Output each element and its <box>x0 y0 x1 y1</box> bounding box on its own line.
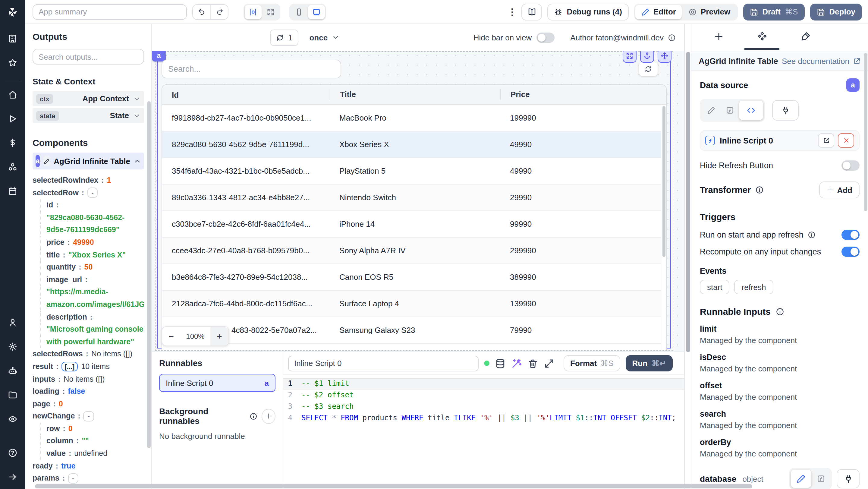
undo-button[interactable] <box>193 4 210 19</box>
ai-icon[interactable] <box>8 366 18 376</box>
code-source-button[interactable] <box>739 101 763 120</box>
format-button[interactable]: Format ⌘S <box>564 355 620 371</box>
horizontal-scrollbar[interactable] <box>35 484 752 488</box>
output-entry[interactable]: loading:false <box>33 385 144 398</box>
database-function-button[interactable] <box>811 470 830 487</box>
output-entry[interactable]: selectedRowIndex:1 <box>33 174 144 187</box>
table-row[interactable]: ccee43dc-27e0-40a8-b768-b09579b0...Sony … <box>162 238 666 264</box>
component-refresh-button[interactable] <box>639 62 658 76</box>
see-documentation-link[interactable]: See documentation <box>782 56 861 65</box>
connect-source-button[interactable] <box>772 100 799 121</box>
output-entry[interactable]: selectedRow:- <box>33 187 144 199</box>
output-entry[interactable]: column:"" <box>40 435 144 448</box>
schedules-icon[interactable] <box>8 186 18 196</box>
expand-component-button[interactable] <box>623 51 637 63</box>
redo-button[interactable] <box>210 4 228 19</box>
output-entry[interactable]: quantity:50 <box>40 261 144 273</box>
add-background-runnable-button[interactable] <box>261 408 276 424</box>
output-entry[interactable]: params:- <box>33 472 144 485</box>
table-row[interactable]: 829ca080-5630-4562-9d5e-7611199d...Xbox … <box>162 131 666 158</box>
output-entry[interactable]: title:"Xbox Series X" <box>40 249 144 261</box>
collapse-rail-icon[interactable] <box>8 472 18 482</box>
output-entry[interactable]: id: <box>40 199 144 211</box>
tab-editor[interactable]: Editor <box>635 4 682 19</box>
info-icon[interactable] <box>249 412 257 420</box>
info-icon[interactable] <box>755 186 764 194</box>
app-canvas[interactable]: a Search... Id Title Price <box>152 51 684 352</box>
table-row[interactable]: b3e864c8-7fe3-4270-89e9-54c12038...Canon… <box>162 264 666 291</box>
table-row[interactable]: 354f6afd-43ac-4321-b1bc-0b5e5adcb...Play… <box>162 158 666 184</box>
move-component-button[interactable] <box>658 51 672 63</box>
resources-icon[interactable] <box>8 162 18 172</box>
run-button[interactable]: Run ⌘↵ <box>625 355 673 371</box>
output-entry[interactable]: amazon.com/images/I/61JGKho <box>40 299 144 311</box>
ctx-row[interactable]: ctx App Context <box>33 91 144 106</box>
edit-component-id-button[interactable] <box>43 156 50 166</box>
user-icon[interactable] <box>8 318 18 328</box>
fullwidth-layout-button[interactable] <box>262 4 279 19</box>
output-entry[interactable]: price:49990 <box>40 236 144 249</box>
help-icon[interactable] <box>8 448 18 458</box>
favorites-icon[interactable] <box>8 58 18 67</box>
info-icon[interactable] <box>808 231 815 239</box>
expand-editor-icon[interactable] <box>544 358 555 369</box>
output-entry[interactable]: "Microsoft gaming console <box>40 323 144 336</box>
function-source-button[interactable] <box>720 102 739 119</box>
table-search-input[interactable]: Search... <box>161 60 341 79</box>
output-entry[interactable]: newChange:- <box>33 410 144 423</box>
column-header-id[interactable]: Id <box>162 90 330 99</box>
output-entry[interactable]: inputs:No items ([]) <box>33 373 144 385</box>
event-chip-refresh[interactable]: refresh <box>735 280 773 294</box>
event-chip-start[interactable]: start <box>700 280 730 294</box>
info-icon[interactable] <box>668 33 676 41</box>
zoom-out-button[interactable]: − <box>162 327 180 345</box>
home-icon[interactable] <box>8 90 18 99</box>
deploy-button[interactable]: Deploy <box>810 3 862 20</box>
output-entry[interactable]: "829ca080-5630-4562- <box>40 212 144 224</box>
code-editor[interactable]: 1-- $1 limit2-- $2 offset3-- $3 search4S… <box>283 375 684 489</box>
output-entry[interactable]: selectedRows:No items ([]) <box>33 348 144 361</box>
info-icon[interactable] <box>775 307 784 316</box>
app-summary-input[interactable] <box>33 4 187 20</box>
output-entry[interactable]: 9d5e-7611199dc669" <box>40 224 144 236</box>
output-entry[interactable]: description: <box>40 311 144 323</box>
draft-button[interactable]: Draft ⌘S <box>743 3 804 20</box>
hide-refresh-toggle[interactable] <box>841 160 860 171</box>
runs-icon[interactable] <box>8 114 18 124</box>
database-icon[interactable] <box>495 358 506 369</box>
run-on-start-toggle[interactable] <box>841 230 860 240</box>
anchor-component-button[interactable] <box>640 51 654 63</box>
table-row[interactable]: f991898d-cb27-4ac7-b10c-0b9050ce1...MacB… <box>162 105 666 131</box>
runnable-item-inline-script-0[interactable]: Inline Script 0 a <box>159 374 276 392</box>
column-header-price[interactable]: Price <box>500 89 666 100</box>
tab-preview[interactable]: Preview <box>683 4 736 19</box>
add-transformer-button[interactable]: Add <box>819 182 860 198</box>
canvas-scrollbar[interactable] <box>684 24 691 489</box>
table-row[interactable]: 2128adca-7fc6-44bd-800c-dc115df6ac...Sur… <box>162 291 666 317</box>
output-entry[interactable]: value:undefined <box>40 448 144 460</box>
recompute-toggle[interactable] <box>841 247 860 257</box>
mobile-view-button[interactable] <box>290 4 307 19</box>
settings-icon[interactable] <box>8 342 18 352</box>
ai-wand-icon[interactable] <box>511 358 522 369</box>
table-row[interactable]: 4c83-8022-5e70a07a2...Samsung Galaxy S23… <box>162 317 666 344</box>
windmill-logo[interactable] <box>0 0 25 24</box>
workspace-icon[interactable] <box>8 34 18 43</box>
desktop-view-button[interactable] <box>308 4 325 19</box>
component-outputs-header[interactable]: a AgGrid Infinite Table <box>33 153 144 170</box>
delete-script-button[interactable] <box>838 133 854 148</box>
output-entry[interactable]: row:0 <box>40 423 144 435</box>
static-source-button[interactable] <box>702 102 720 119</box>
search-outputs-input[interactable] <box>33 49 144 64</box>
variables-icon[interactable] <box>8 138 18 148</box>
table-scrollbar[interactable] <box>661 105 666 350</box>
tab-insert[interactable] <box>701 24 736 50</box>
schedule-dropdown[interactable]: once <box>309 33 339 42</box>
debug-runs-button[interactable]: Debug runs (4) <box>547 3 628 20</box>
database-connect-button[interactable] <box>837 469 860 488</box>
outputs-scrollbar[interactable] <box>147 101 151 448</box>
output-entry[interactable]: image_url: <box>40 274 144 286</box>
settings-scrollbar[interactable] <box>864 53 867 211</box>
folders-icon[interactable] <box>8 390 18 400</box>
refresh-count-button[interactable]: 1 <box>270 29 299 45</box>
